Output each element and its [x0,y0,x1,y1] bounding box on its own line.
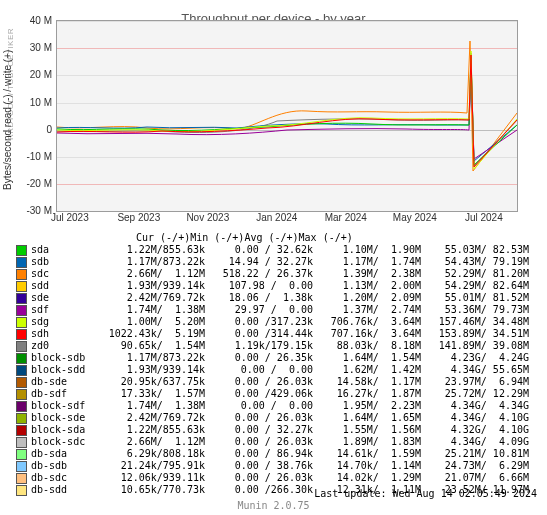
legend-cur: 6.29k/808.18k [97,448,205,460]
legend-max: 4.23G/ 4.24G [421,352,529,364]
legend-max: 153.89M/ 34.51M [421,328,529,340]
legend-avg: 1.89M/ 1.83M [313,436,421,448]
legend-row: db-sde20.95k/637.75k0.00 / 26.03k14.58k/… [16,376,539,388]
legend-avg: 16.27k/ 1.87M [313,388,421,400]
legend-swatch [16,389,27,400]
legend-name: block-sdb [31,352,97,364]
legend-min: 107.98 / 0.00 [205,280,313,292]
legend-swatch [16,281,27,292]
legend-max: 24.73M/ 6.29M [421,460,529,472]
legend-row: sdh1022.43k/ 5.19M0.00 /314.44k707.16k/ … [16,328,539,340]
legend-max: 4.34G/ 4.10G [421,412,529,424]
legend-avg: 707.16k/ 3.64M [313,328,421,340]
legend-swatch [16,437,27,448]
legend-name: block-sda [31,424,97,436]
legend-name: block-sdf [31,400,97,412]
legend-name: sdb [31,256,97,268]
legend-row: zd090.65k/ 1.54M1.19k/179.15k88.03k/ 8.1… [16,340,539,352]
plot-svg [57,21,517,211]
legend-row: db-sdc12.06k/939.11k0.00 / 26.03k14.02k/… [16,472,539,484]
legend-name: sdf [31,304,97,316]
legend-swatch [16,473,27,484]
legend-avg: 88.03k/ 8.18M [313,340,421,352]
legend-name: sde [31,292,97,304]
legend-swatch [16,485,27,496]
legend-max: 25.72M/ 12.29M [421,388,529,400]
legend-row: sdd1.93M/939.14k107.98 / 0.001.13M/ 2.00… [16,280,539,292]
legend-min: 0.00 / 26.03k [205,472,313,484]
legend-cur: 2.42M/769.72k [97,292,205,304]
legend-cur: 2.66M/ 1.12M [97,268,205,280]
legend-cur: 1.22M/855.63k [97,244,205,256]
legend-avg: 14.58k/ 1.17M [313,376,421,388]
legend-swatch [16,365,27,376]
legend-avg: 14.02k/ 1.29M [313,472,421,484]
legend-row: block-sdb1.17M/873.22k0.00 / 26.35k1.64M… [16,352,539,364]
legend-name: sdc [31,268,97,280]
legend-cur: 20.95k/637.75k [97,376,205,388]
legend-max: 54.29M/ 82.64M [421,280,529,292]
legend-row: db-sda6.29k/808.18k0.00 / 86.94k14.61k/ … [16,448,539,460]
legend-row: block-sde2.42M/769.72k0.00 / 26.03k1.64M… [16,412,539,424]
legend-swatch [16,353,27,364]
legend-cur: 1.74M/ 1.38M [97,304,205,316]
plot-area [56,20,518,212]
legend-name: db-sdb [31,460,97,472]
legend-avg: 14.61k/ 1.59M [313,448,421,460]
legend-swatch [16,449,27,460]
legend-cur: 2.66M/ 1.12M [97,436,205,448]
legend-avg: 1.10M/ 1.90M [313,244,421,256]
legend-avg: 14.70k/ 1.14M [313,460,421,472]
legend-swatch [16,425,27,436]
last-update: Last update: Wed Aug 14 02:05:49 2024 [314,488,537,499]
legend-swatch [16,413,27,424]
legend-row: block-sda1.22M/855.63k0.00 / 32.27k1.55M… [16,424,539,436]
legend-min: 0.00 / 26.03k [205,412,313,424]
legend-max: 141.89M/ 39.08M [421,340,529,352]
legend-cur: 17.33k/ 1.57M [97,388,205,400]
legend-max: 23.97M/ 6.94M [421,376,529,388]
legend-row: sdf1.74M/ 1.38M29.97 / 0.001.37M/ 2.74M5… [16,304,539,316]
legend-min: 0.00 / 86.94k [205,448,313,460]
legend-cur: 2.42M/769.72k [97,412,205,424]
legend-min: 29.97 / 0.00 [205,304,313,316]
legend-name: sda [31,244,97,256]
legend-max: 25.21M/ 10.81M [421,448,529,460]
legend-cur: 1.17M/873.22k [97,256,205,268]
legend-avg: 1.37M/ 2.74M [313,304,421,316]
legend-avg: 1.95M/ 2.23M [313,400,421,412]
legend-max: 53.36M/ 79.73M [421,304,529,316]
legend-avg: 1.62M/ 1.42M [313,364,421,376]
legend-cur: 1.22M/855.63k [97,424,205,436]
legend-min: 0.00 / 0.00 [205,364,313,376]
legend-row: sdb1.17M/873.22k14.94 / 32.27k1.17M/ 1.7… [16,256,539,268]
legend-row: block-sdd1.93M/939.14k0.00 / 0.001.62M/ … [16,364,539,376]
legend-cur: 90.65k/ 1.54M [97,340,205,352]
legend-swatch [16,245,27,256]
legend-max: 157.46M/ 34.48M [421,316,529,328]
legend-avg: 1.39M/ 2.38M [313,268,421,280]
legend-min: 0.00 / 0.00 [205,400,313,412]
legend-cur: 1.93M/939.14k [97,280,205,292]
legend-swatch [16,401,27,412]
legend-min: 0.00 / 32.27k [205,424,313,436]
legend-avg: 1.64M/ 1.54M [313,352,421,364]
legend-cur: 1022.43k/ 5.19M [97,328,205,340]
legend-cur: 1.93M/939.14k [97,364,205,376]
legend-swatch [16,305,27,316]
legend-min: 0.00 / 32.62k [205,244,313,256]
legend-row: sda1.22M/855.63k0.00 / 32.62k1.10M/ 1.90… [16,244,539,256]
legend-swatch [16,257,27,268]
legend-avg: 1.17M/ 1.74M [313,256,421,268]
legend-min: 0.00 /317.23k [205,316,313,328]
legend-min: 0.00 /429.06k [205,388,313,400]
legend-name: zd0 [31,340,97,352]
legend-row: block-sdc2.66M/ 1.12M0.00 / 26.03k1.89M/… [16,436,539,448]
legend-min: 18.06 / 1.38k [205,292,313,304]
legend-swatch [16,461,27,472]
legend-name: block-sdc [31,436,97,448]
legend-swatch [16,377,27,388]
legend-min: 0.00 / 26.35k [205,352,313,364]
legend-cur: 21.24k/795.91k [97,460,205,472]
legend-min: 0.00 /266.30k [205,484,313,496]
